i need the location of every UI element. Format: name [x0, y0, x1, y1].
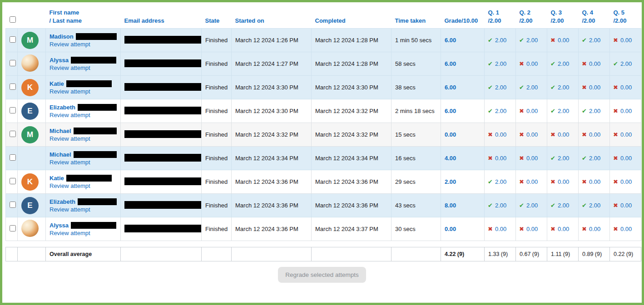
question-score-link[interactable]: 0.00	[589, 84, 600, 91]
review-attempt-link[interactable]: Review attempt	[50, 112, 90, 118]
question-score-link[interactable]: 0.00	[526, 155, 538, 162]
grade-link[interactable]: 6.00	[445, 84, 456, 91]
question-score-link[interactable]: 2.00	[526, 37, 538, 44]
question-score-link[interactable]: 0.00	[589, 178, 600, 185]
grade-link[interactable]: 6.00	[445, 37, 456, 44]
review-attempt-link[interactable]: Review attempt	[50, 41, 90, 48]
user-photo-avatar[interactable]	[21, 54, 39, 72]
question-score-link[interactable]: 0.00	[526, 226, 538, 232]
q1-max-link[interactable]: /2.00	[488, 17, 501, 24]
question-score-link[interactable]: 2.00	[589, 37, 600, 44]
review-attempt-link[interactable]: Review attempt	[50, 206, 90, 213]
question-score-link[interactable]: 2.00	[526, 84, 538, 91]
q2-max-link[interactable]: /2.00	[520, 17, 533, 24]
sort-last-name-link[interactable]: / Last name	[50, 17, 82, 24]
sort-q4-link[interactable]: Q. 4	[582, 9, 594, 16]
user-photo-avatar[interactable]	[21, 220, 39, 237]
sort-time-link[interactable]: Time taken	[395, 17, 426, 24]
question-score-link[interactable]: 0.00	[620, 37, 632, 44]
sort-grade-link[interactable]: Grade/10.00	[445, 17, 478, 24]
question-score-link[interactable]: 2.00	[495, 37, 506, 44]
user-initial-avatar[interactable]: M	[21, 32, 39, 49]
first-name-link[interactable]: Alyssa	[50, 222, 69, 229]
question-score-link[interactable]: 2.00	[495, 108, 506, 114]
select-attempt-checkbox[interactable]	[10, 178, 16, 184]
question-score-link[interactable]: 0.00	[620, 202, 632, 209]
grade-link[interactable]: 0.00	[445, 226, 456, 232]
question-score-link[interactable]: 0.00	[558, 37, 569, 44]
select-attempt-checkbox[interactable]	[10, 154, 16, 161]
first-name-link[interactable]: Elizabeth	[50, 104, 75, 111]
q4-max-link[interactable]: /2.00	[582, 17, 595, 24]
select-attempt-checkbox[interactable]	[10, 84, 16, 90]
question-score-link[interactable]: 0.00	[558, 178, 569, 185]
review-attempt-link[interactable]: Review attempt	[50, 182, 90, 189]
question-score-link[interactable]: 0.00	[620, 226, 632, 232]
review-attempt-link[interactable]: Review attempt	[50, 88, 90, 95]
select-attempt-checkbox[interactable]	[10, 131, 16, 137]
user-initial-avatar[interactable]: M	[21, 126, 39, 143]
sort-completed-link[interactable]: Completed	[315, 17, 346, 24]
first-name-link[interactable]: Madison	[50, 33, 74, 40]
user-initial-avatar[interactable]: E	[21, 103, 39, 120]
sort-q3-link[interactable]: Q. 3	[551, 9, 562, 16]
user-initial-avatar[interactable]: E	[21, 197, 39, 214]
grade-link[interactable]: 4.00	[445, 155, 456, 162]
question-score-link[interactable]: 2.00	[495, 84, 506, 91]
question-score-link[interactable]: 0.00	[526, 131, 538, 138]
question-score-link[interactable]: 2.00	[620, 60, 632, 67]
q3-max-link[interactable]: /2.00	[551, 17, 564, 24]
select-attempt-checkbox[interactable]	[10, 36, 16, 43]
sort-q2-link[interactable]: Q. 2	[520, 9, 531, 16]
question-score-link[interactable]: 0.00	[558, 226, 569, 232]
sort-state-link[interactable]: State	[205, 17, 220, 24]
question-score-link[interactable]: 2.00	[558, 108, 569, 114]
grade-link[interactable]: 0.00	[445, 131, 456, 138]
question-score-link[interactable]: 2.00	[589, 108, 600, 114]
sort-q5-link[interactable]: Q. 5	[614, 9, 625, 16]
question-score-link[interactable]: 0.00	[558, 131, 569, 138]
question-score-link[interactable]: 2.00	[495, 178, 506, 185]
question-score-link[interactable]: 0.00	[620, 108, 632, 114]
first-name-link[interactable]: Katie	[50, 80, 64, 87]
question-score-link[interactable]: 0.00	[526, 60, 538, 67]
sort-first-name-link[interactable]: First name	[50, 9, 79, 16]
question-score-link[interactable]: 2.00	[558, 84, 569, 91]
sort-q1-link[interactable]: Q. 1	[488, 9, 500, 16]
question-score-link[interactable]: 0.00	[526, 108, 538, 114]
question-score-link[interactable]: 2.00	[558, 60, 569, 67]
question-score-link[interactable]: 0.00	[495, 226, 506, 232]
question-score-link[interactable]: 2.00	[495, 202, 506, 209]
user-initial-avatar[interactable]: K	[21, 173, 39, 191]
sort-email-link[interactable]: Email address	[124, 17, 164, 24]
review-attempt-link[interactable]: Review attempt	[50, 135, 90, 142]
question-score-link[interactable]: 0.00	[620, 178, 632, 185]
review-attempt-link[interactable]: Review attempt	[50, 230, 90, 236]
question-score-link[interactable]: 2.00	[526, 202, 538, 209]
regrade-selected-attempts-button[interactable]: Regrade selected attempts	[278, 267, 366, 283]
question-score-link[interactable]: 0.00	[495, 155, 506, 162]
question-score-link[interactable]: 2.00	[558, 202, 569, 209]
first-name-link[interactable]: Michael	[50, 128, 71, 134]
user-initial-avatar[interactable]: K	[21, 79, 39, 96]
select-all-checkbox[interactable]	[10, 16, 16, 23]
sort-started-link[interactable]: Started on	[235, 17, 264, 24]
review-attempt-link[interactable]: Review attempt	[50, 64, 90, 71]
first-name-link[interactable]: Katie	[50, 175, 64, 182]
question-score-link[interactable]: 0.00	[589, 60, 600, 67]
grade-link[interactable]: 6.00	[445, 108, 456, 114]
select-attempt-checkbox[interactable]	[10, 107, 16, 113]
question-score-link[interactable]: 0.00	[589, 131, 600, 138]
question-score-link[interactable]: 0.00	[620, 155, 632, 162]
question-score-link[interactable]: 0.00	[589, 226, 600, 232]
question-score-link[interactable]: 0.00	[526, 178, 538, 185]
select-attempt-checkbox[interactable]	[10, 202, 16, 208]
select-attempt-checkbox[interactable]	[10, 60, 16, 66]
question-score-link[interactable]: 2.00	[589, 155, 600, 162]
question-score-link[interactable]: 0.00	[620, 131, 632, 138]
question-score-link[interactable]: 2.00	[589, 202, 600, 209]
select-attempt-checkbox[interactable]	[10, 225, 16, 231]
grade-link[interactable]: 6.00	[445, 60, 456, 67]
review-attempt-link[interactable]: Review attempt	[50, 159, 90, 166]
question-score-link[interactable]: 2.00	[558, 155, 569, 162]
